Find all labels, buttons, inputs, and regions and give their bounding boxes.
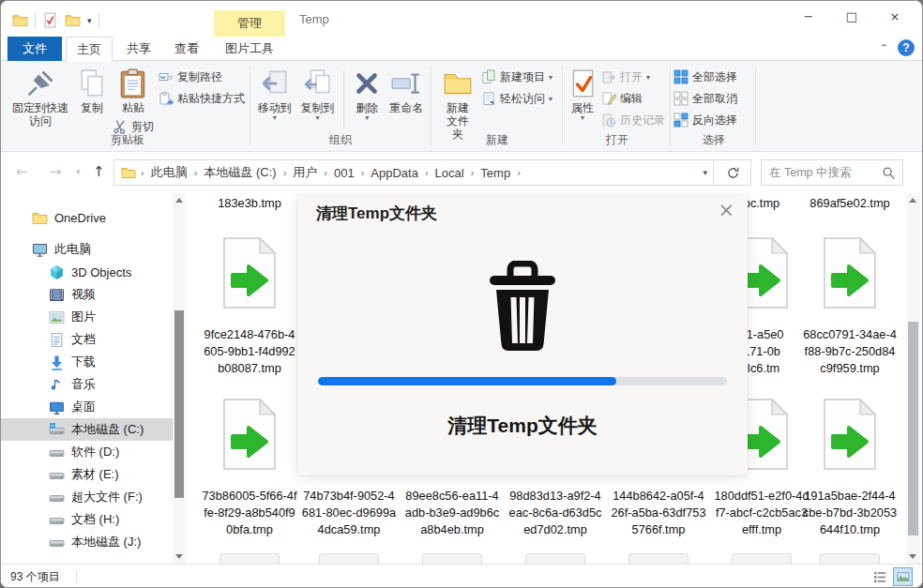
sidebar-item[interactable]: 文档 (H:) [1, 508, 185, 531]
details-view-button[interactable] [870, 567, 889, 586]
tmp-file-icon[interactable] [220, 236, 279, 309]
scroll-up-icon[interactable] [909, 198, 916, 203]
tmp-file-icon-partial[interactable] [319, 553, 379, 564]
breadcrumb-item[interactable]: Local [429, 166, 471, 180]
tab-picture-tools[interactable]: 图片工具 [214, 37, 285, 61]
copy-path-button[interactable]: 复制路径 [159, 68, 245, 85]
breadcrumb-item[interactable]: 此电脑 [144, 164, 194, 181]
scrollbar-thumb[interactable] [174, 310, 184, 498]
forward-button[interactable]: → [50, 163, 62, 180]
tab-view[interactable]: 查看 [165, 37, 208, 61]
scrollbar-thumb[interactable] [908, 322, 918, 535]
sidebar-scrollbar[interactable] [173, 193, 186, 564]
tmp-file-icon[interactable] [821, 398, 879, 471]
tab-share[interactable]: 共享 [116, 37, 161, 61]
file-label[interactable]: 183e3b.tmp [202, 195, 297, 212]
breadcrumb-item[interactable]: Temp [474, 166, 517, 180]
sidebar-item[interactable]: 此电脑 [1, 238, 185, 261]
content-scrollbar[interactable] [906, 193, 920, 564]
folder-icon[interactable] [12, 12, 28, 28]
sidebar-item[interactable]: 下载 [1, 351, 185, 373]
tmp-file-icon-partial[interactable] [732, 553, 792, 564]
easy-access-button[interactable]: 轻松访问 ▾ [481, 90, 552, 107]
refresh-icon[interactable] [726, 166, 740, 180]
sidebar-item[interactable]: 素材 (E:) [1, 463, 185, 486]
properties-check-icon[interactable] [42, 12, 58, 28]
file-label[interactable]: 73b86005-5f66-4ffe-8f29-a8b540f90bfa.tmp [202, 488, 297, 538]
tab-file[interactable]: 文件 [8, 37, 62, 61]
breadcrumb-item[interactable]: 用户 [286, 164, 324, 181]
new-item-button[interactable]: 新建项目 ▾ [481, 68, 552, 85]
file-label[interactable]: 869af5e02.tmp [802, 195, 898, 212]
minimize-button[interactable]: − [787, 1, 830, 31]
sidebar-item[interactable]: 本地磁盘 (C:) [1, 418, 185, 441]
sidebar-item[interactable]: 3D Objects [1, 261, 185, 283]
file-label[interactable]: 68cc0791-34ae-4f88-9b7c-250d84c9f959.tmp [802, 326, 898, 377]
sidebar-item[interactable]: 图片 [1, 306, 185, 328]
breadcrumb-item[interactable]: AppData [364, 166, 425, 180]
recent-locations-chevron-icon[interactable]: ▾ [76, 167, 81, 176]
select-all-button[interactable]: 全部选择 [673, 68, 737, 85]
collapse-ribbon-icon[interactable]: ⌃ [880, 42, 888, 54]
history-button[interactable]: 历史记录 [601, 112, 665, 128]
maximize-button[interactable]: □ [830, 1, 873, 31]
breadcrumb-item[interactable]: 001 [327, 166, 361, 180]
new-folder-button[interactable]: 新建文件夹 [434, 66, 481, 143]
move-to-button[interactable]: 移动到 ▾ [253, 66, 296, 123]
up-button[interactable]: ↑ [93, 163, 105, 180]
file-label[interactable]: 74b73b4f-9052-4681-80ec-d9699a4dca59.tmp [301, 488, 397, 538]
paste-shortcut-button[interactable]: 粘贴快捷方式 [159, 90, 245, 107]
file-label[interactable]: 9fce2148-476b-4605-9bb1-f4d992b08087.tmp [202, 326, 297, 377]
select-none-button[interactable]: 全部取消 [673, 90, 737, 107]
sidebar-item[interactable]: 文档 [1, 328, 185, 351]
search-box[interactable]: 在 Temp 中搜索 [761, 159, 903, 186]
copy-to-button[interactable]: 复制到 ▾ [296, 66, 340, 123]
file-label[interactable]: 89ee8c56-ea11-4adb-b3e9-ad9b6ca8b4eb.tmp [404, 488, 500, 538]
contextual-tab-manage[interactable]: 管理 [214, 10, 285, 37]
chevron-down-icon[interactable]: ▾ [87, 16, 92, 25]
scroll-down-icon[interactable] [175, 554, 183, 559]
tmp-file-icon-partial[interactable] [628, 553, 688, 564]
copy-button[interactable]: 复制 [72, 66, 112, 116]
large-icons-view-button[interactable] [893, 567, 913, 586]
pin-to-quick-access-button[interactable]: 固定到快速访问 [8, 66, 72, 129]
file-label[interactable]: 98d83d13-a9f2-4eac-8c6a-d63d5ced7d02.tmp [507, 488, 603, 538]
file-label[interactable]: 180ddf51-e2f0-4df7-abcf-c2cb5ac3efff.tmp [714, 488, 810, 538]
rename-button[interactable]: 重命名 [385, 66, 428, 116]
divider [713, 160, 714, 185]
delete-button[interactable]: 删除 ▾ [349, 66, 385, 123]
pictures-icon [49, 309, 65, 325]
close-icon[interactable]: × [718, 199, 734, 221]
tmp-file-icon-partial[interactable] [820, 553, 880, 564]
tmp-file-icon-partial[interactable] [219, 553, 280, 564]
paste-button[interactable]: 粘贴 [112, 66, 155, 116]
breadcrumb-separator[interactable]: › [517, 167, 521, 178]
back-button[interactable]: ← [16, 163, 28, 180]
file-label[interactable]: 144b8642-a05f-426f-a5ba-63df7535766f.tmp [611, 488, 706, 538]
tab-home[interactable]: 主页 [66, 37, 113, 62]
open-button[interactable]: 打开 ▾ [601, 68, 665, 85]
edit-button[interactable]: 编辑 [601, 90, 665, 107]
sidebar-item[interactable]: OneDrive [1, 206, 185, 229]
sidebar-item[interactable]: 桌面 [1, 396, 185, 418]
breadcrumb-item[interactable]: 本地磁盘 (C:) [197, 164, 282, 181]
tmp-file-icon[interactable] [821, 236, 879, 309]
file-label[interactable]: 191a5bae-2f44-4cbe-b7bd-3b2053644f10.tmp [802, 488, 898, 538]
sidebar-item[interactable]: 音乐 [1, 373, 185, 396]
properties-button[interactable]: 属性 ▾ [566, 66, 599, 123]
invert-selection-button[interactable]: 反向选择 [673, 112, 737, 128]
sidebar-item[interactable]: 视频 [1, 283, 185, 306]
close-button[interactable]: × [873, 1, 916, 31]
sidebar-item[interactable]: 超大文件 (F:) [1, 486, 185, 508]
scroll-up-icon[interactable] [175, 198, 183, 203]
help-icon[interactable]: ? [898, 39, 915, 56]
tmp-file-icon-partial[interactable] [525, 553, 585, 564]
chevron-down-icon[interactable]: ▾ [703, 168, 707, 177]
sidebar-item[interactable]: 本地磁盘 (J:) [1, 531, 185, 553]
tmp-file-icon-partial[interactable] [422, 553, 482, 564]
folder-icon[interactable] [65, 12, 81, 28]
address-box[interactable]: › 此电脑›本地磁盘 (C:)›用户›001›AppData›Local›Tem… [113, 159, 751, 186]
scroll-down-icon[interactable] [909, 554, 916, 559]
sidebar-item[interactable]: 软件 (D:) [1, 441, 185, 463]
tmp-file-icon[interactable] [220, 398, 279, 471]
